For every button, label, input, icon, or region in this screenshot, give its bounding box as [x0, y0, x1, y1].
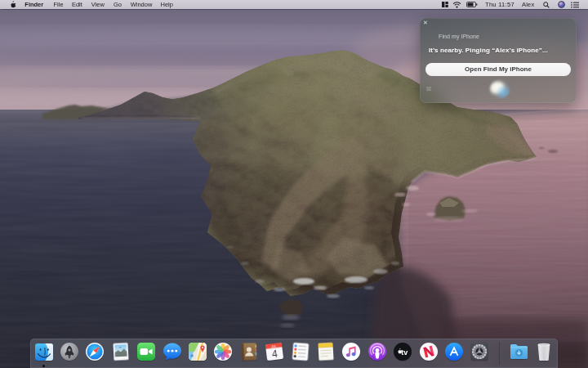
svg-text:tv: tv	[401, 348, 408, 357]
